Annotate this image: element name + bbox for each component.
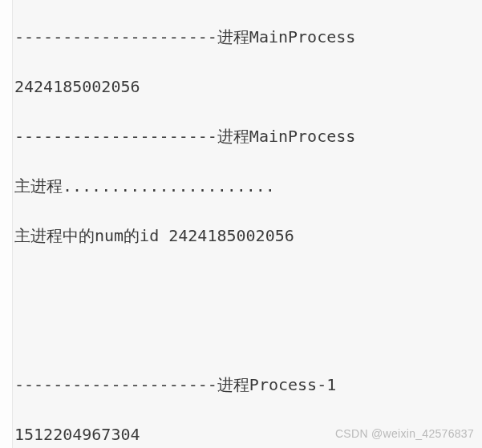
output-line: 主进程中的num的id 2424185002056 — [14, 224, 464, 248]
console-output: ---------------------进程MainProcess 24241… — [14, 0, 464, 448]
output-line: ---------------------进程Process-1 — [14, 373, 464, 398]
output-line-blank — [14, 323, 464, 348]
output-line: ---------------------进程MainProcess — [14, 25, 464, 50]
output-line: ---------------------进程MainProcess — [14, 124, 464, 149]
output-line: 2424185002056 — [14, 75, 464, 99]
output-line: 主进程...................... — [14, 174, 464, 199]
output-line-blank — [14, 273, 464, 298]
gutter — [0, 0, 13, 448]
watermark-text: CSDN @weixin_42576837 — [335, 426, 474, 443]
